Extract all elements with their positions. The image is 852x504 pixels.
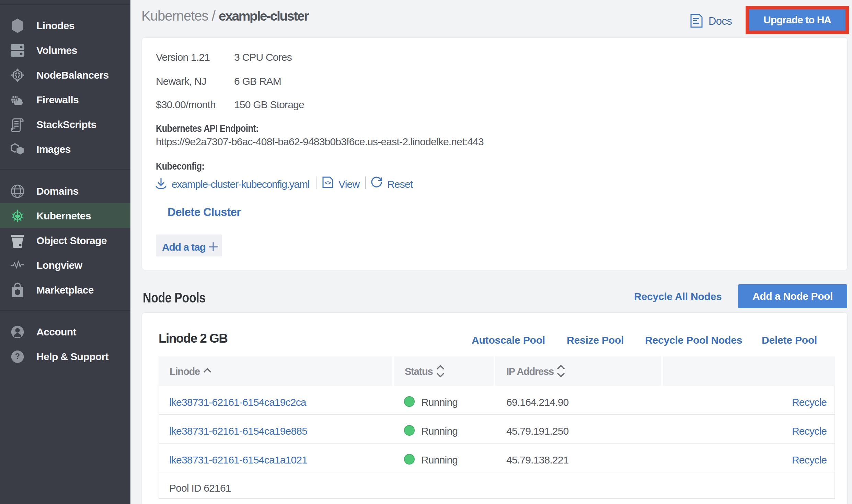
- svg-text:<>: <>: [325, 180, 331, 186]
